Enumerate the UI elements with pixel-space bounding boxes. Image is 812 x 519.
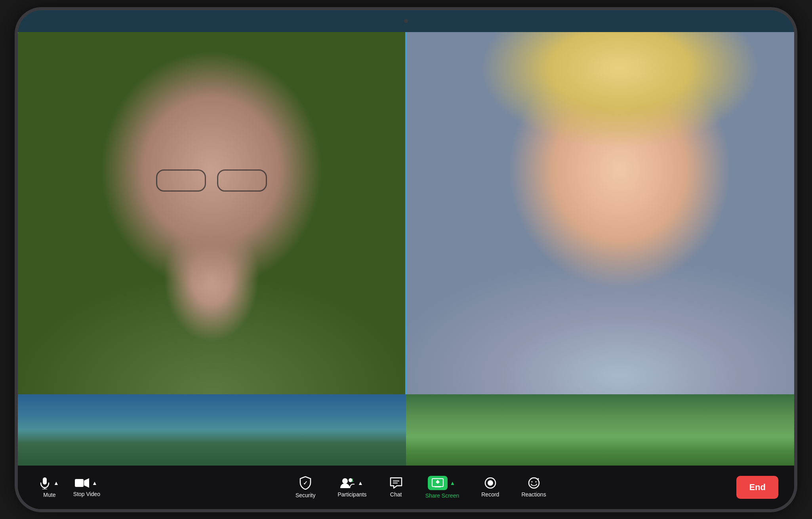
stop-video-label: Stop Video (73, 491, 100, 497)
share-with-arrow: ▲ (428, 476, 457, 490)
share-screen-label: Share Screen (425, 492, 459, 499)
participants-arrow[interactable]: ▲ (356, 479, 365, 487)
svg-marker-4 (84, 478, 89, 488)
tablet-top-bar (18, 10, 794, 32)
person-elderly (18, 32, 405, 394)
share-screen-icon-wrap (428, 476, 448, 490)
glasses-overlay (152, 169, 271, 193)
chat-label: Chat (390, 491, 402, 498)
record-button[interactable]: Record (477, 474, 504, 501)
mute-arrow[interactable]: ▲ (52, 479, 61, 487)
tablet-frame: ▲ Mute ▲ Stop Video (18, 10, 794, 509)
reactions-icon: ✦ (528, 477, 540, 489)
reactions-button[interactable]: ✦ Reactions (517, 474, 551, 501)
stop-video-button[interactable]: ▲ Stop Video (69, 474, 105, 500)
record-icon (484, 477, 496, 489)
mute-with-arrow: ▲ (38, 477, 61, 489)
svg-point-17 (535, 481, 536, 482)
svg-text:✦: ✦ (537, 477, 540, 481)
participants-icon: 1 (339, 477, 355, 489)
share-screen-icon (432, 478, 444, 488)
video-area (18, 32, 794, 466)
video-with-arrow: ▲ (74, 477, 99, 489)
participants-with-arrow: 1 ▲ (339, 477, 365, 489)
camera-dot (404, 19, 408, 23)
participants-button[interactable]: 1 ▲ Participants (333, 474, 371, 501)
video-top-row (18, 32, 794, 394)
mute-label: Mute (43, 492, 55, 498)
record-label: Record (481, 491, 499, 498)
reactions-label: Reactions (521, 491, 546, 498)
mic-icon (38, 477, 51, 489)
security-button[interactable]: ✓ Security (291, 473, 320, 502)
toolbar-center: ✓ Security 1 ▲ (291, 473, 551, 502)
video-cell-left[interactable] (18, 32, 407, 394)
svg-point-6 (342, 478, 348, 484)
svg-text:✓: ✓ (303, 480, 308, 486)
screen-content: ▲ Mute ▲ Stop Video (18, 32, 794, 509)
video-cell-right[interactable] (407, 32, 794, 394)
video-arrow[interactable]: ▲ (90, 479, 99, 487)
participants-label: Participants (337, 491, 366, 498)
svg-point-14 (488, 480, 493, 486)
svg-text:1: 1 (351, 478, 354, 483)
video-icon (74, 477, 90, 489)
svg-rect-0 (43, 477, 47, 485)
svg-point-16 (531, 481, 532, 482)
landscape-right (406, 394, 794, 466)
video-bottom-strip (18, 394, 794, 466)
end-button[interactable]: End (736, 476, 778, 499)
security-icon: ✓ (299, 476, 311, 490)
security-label: Security (295, 492, 316, 498)
toolbar-right: End (736, 476, 778, 499)
share-screen-button[interactable]: ▲ Share Screen (421, 473, 464, 502)
landscape-left (18, 394, 406, 466)
svg-rect-3 (75, 479, 84, 487)
toolbar-left: ▲ Mute ▲ Stop Video (34, 473, 105, 501)
chat-button[interactable]: Chat (384, 474, 408, 501)
toolbar: ▲ Mute ▲ Stop Video (18, 466, 794, 509)
chat-icon (390, 477, 402, 489)
mute-button[interactable]: ▲ Mute (34, 473, 65, 501)
person-young-woman (407, 32, 794, 394)
share-screen-arrow[interactable]: ▲ (448, 479, 457, 487)
